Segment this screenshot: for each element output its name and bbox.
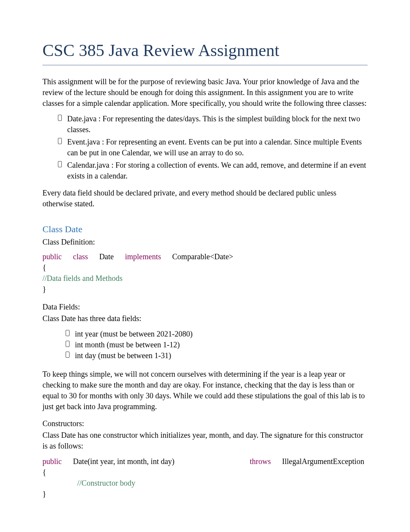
code-comment: //Data fields and Methods: [42, 273, 368, 284]
brace-open: {: [42, 262, 368, 273]
class-name: Date: [99, 252, 114, 261]
list-item: int year (must be between 2021-2080): [66, 328, 368, 339]
privacy-note: Every data field should be declared priv…: [42, 187, 368, 209]
data-fields-label: Data Fields:: [42, 301, 368, 312]
keyword-class: class: [73, 252, 88, 261]
class-definition-label: Class Definition:: [42, 236, 368, 247]
list-item: Date.java : For representing the dates/d…: [58, 113, 368, 135]
class-definition-code: public class Date implements Comparable<…: [42, 251, 368, 294]
list-item: Calendar.java : For storing a collection…: [58, 160, 368, 181]
constructor-code: public Date(int year, int month, int day…: [42, 456, 368, 499]
constructors-label: Constructors:: [42, 418, 368, 429]
section-heading-class-date: Class Date: [42, 223, 368, 236]
simplification-note: To keep things simple, we will not conce…: [42, 369, 368, 412]
interface-name: Comparable<Date>: [172, 252, 233, 261]
keyword-throws: throws: [250, 457, 271, 466]
exception-type: IllegalArgumentException: [282, 457, 364, 466]
keyword-public: public: [42, 457, 62, 466]
keyword-implements: implements: [125, 252, 161, 261]
list-item: int month (must be between 1-12): [66, 339, 368, 350]
brace-open: {: [42, 467, 368, 478]
constructor-signature: Date(int year, int month, int day): [73, 457, 175, 466]
data-fields-intro: Class Date has three data fields:: [42, 313, 368, 324]
code-comment: //Constructor body: [77, 479, 136, 487]
keyword-public: public: [42, 252, 62, 261]
list-item: Event.java : For representing an event. …: [58, 136, 368, 158]
data-fields-list: int year (must be between 2021-2080) int…: [66, 328, 368, 361]
brace-close: }: [42, 284, 368, 294]
page-title: CSC 385 Java Review Assignment: [42, 39, 368, 65]
intro-paragraph: This assignment will be for the purpose …: [42, 76, 368, 109]
constructors-intro: Class Date has one constructor which ini…: [42, 430, 368, 451]
brace-close: }: [42, 488, 368, 499]
list-item: int day (must be between 1-31): [66, 350, 368, 361]
class-files-list: Date.java : For representing the dates/d…: [58, 113, 368, 181]
